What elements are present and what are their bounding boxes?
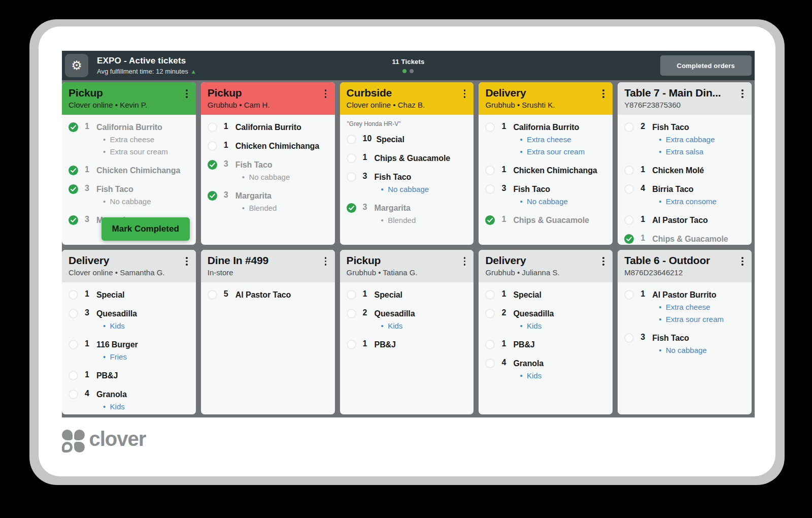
- kebab-menu-icon[interactable]: [183, 87, 191, 115]
- ticket-item[interactable]: 3Fish Taco• No cabbage: [624, 333, 747, 355]
- ticket-item[interactable]: 1Chicken Chimichanga: [485, 165, 607, 176]
- ticket-item[interactable]: 1California Burrito• Extra cheese• Extra…: [69, 122, 191, 157]
- item-text: Special: [513, 289, 541, 300]
- kebab-menu-icon[interactable]: [460, 254, 468, 282]
- ticket-item[interactable]: 1Chicken Chimichanga: [208, 141, 330, 151]
- ticket-header-text: DeliveryClover online • Samantha G.: [69, 254, 183, 282]
- ticket-item[interactable]: 1Chicken Molé: [624, 165, 747, 176]
- ticket-title: Table 7 - Main Din...: [624, 87, 738, 99]
- ticket-item[interactable]: 1PB&J: [69, 370, 191, 381]
- kebab-menu-icon[interactable]: [738, 254, 747, 282]
- ticket-card[interactable]: Table 7 - Main Din...Y876F238753602Fish …: [618, 82, 752, 245]
- ticket-item[interactable]: 5Al Pastor Taco: [208, 289, 330, 300]
- unchecked-circle-icon: [624, 122, 634, 132]
- item-text: Special: [375, 289, 402, 300]
- item-modifier: • Fries: [96, 352, 138, 362]
- ticket-item[interactable]: 1Special: [485, 289, 607, 300]
- item-text: Chips & Guacamole: [513, 215, 589, 225]
- ticket-item[interactable]: 2Quesadilla• Kids: [347, 308, 469, 331]
- brand-wordmark: clover: [89, 429, 146, 449]
- ticket-item[interactable]: 3Fish Taco• No cabbage: [69, 184, 191, 207]
- unchecked-circle-icon: [347, 340, 356, 349]
- item-modifier: • Kids: [513, 371, 544, 381]
- ticket-item[interactable]: 3Fish Taco• No cabbage: [347, 172, 469, 195]
- item-qty: 1: [640, 234, 648, 244]
- ticket-items: 1Special2Quesadilla• Kids1PB&J: [340, 282, 474, 414]
- item-text: Chips & Guacamole: [375, 153, 450, 164]
- page-dot[interactable]: [410, 69, 414, 73]
- ticket-item[interactable]: 4Birria Taco• Extra consome: [624, 184, 747, 207]
- kebab-menu-icon[interactable]: [460, 87, 468, 115]
- ticket-card[interactable]: Table 6 - OutdoorM876D236462121Al Pastor…: [618, 250, 752, 414]
- item-modifier: • No cabbage: [652, 345, 706, 355]
- ticket-header-text: PickupGrubhub • Tatiana G.: [347, 254, 461, 282]
- ticket-item[interactable]: 1Chips & Guacamole: [347, 153, 469, 164]
- kebab-menu-icon[interactable]: [599, 254, 607, 282]
- item-text: Fish Taco• Extra cabbage• Extra salsa: [652, 122, 715, 157]
- page-dot[interactable]: [402, 69, 407, 73]
- top-bar-titles: EXPO - Active tickets Avg fulfillment ti…: [97, 56, 195, 75]
- unchecked-circle-icon: [624, 166, 634, 175]
- kebab-menu-icon[interactable]: [183, 254, 191, 282]
- ticket-item[interactable]: 4Granola• Kids: [69, 389, 191, 412]
- ticket-item[interactable]: 3Margarita• Blended: [347, 203, 469, 225]
- ticket-item[interactable]: 1Chicken Chimichanga: [69, 165, 191, 176]
- ticket-item[interactable]: 1Chips & Guacamole: [624, 234, 747, 244]
- page-title: EXPO - Active tickets: [97, 56, 195, 66]
- ticket-item[interactable]: 1Al Pastor Burrito• Extra cheese• Extra …: [624, 289, 747, 325]
- item-text: Birria Taco• Extra consome: [652, 184, 717, 207]
- ticket-item[interactable]: 1PB&J: [347, 339, 469, 350]
- ticket-title: Dine In #499: [208, 254, 322, 267]
- ticket-item[interactable]: 3Margarita• Blended: [208, 190, 330, 213]
- kebab-menu-icon[interactable]: [738, 87, 747, 115]
- ticket-header-text: Table 7 - Main Din...Y876F23875360: [624, 87, 738, 115]
- kebab-menu-icon[interactable]: [599, 87, 607, 115]
- footer: clover: [62, 430, 755, 452]
- ticket-card[interactable]: PickupClover online • Kevin P.1Californi…: [62, 82, 196, 245]
- ticket-card[interactable]: DeliveryGrubhub • Srushti K.1California …: [479, 82, 613, 245]
- ticket-item[interactable]: 1PB&J: [485, 339, 607, 350]
- ticket-item[interactable]: 3Quesadilla• Kids: [69, 308, 191, 331]
- kebab-menu-icon[interactable]: [322, 254, 330, 282]
- kebab-menu-icon[interactable]: [322, 87, 330, 115]
- ticket-item[interactable]: 1Special: [347, 289, 469, 300]
- item-modifier: • Blended: [235, 203, 277, 213]
- ticket-header: PickupGrubhub • Tatiana G.: [340, 250, 474, 282]
- ticket-card[interactable]: DeliveryClover online • Samantha G.1Spec…: [62, 250, 196, 414]
- item-name: PB&J: [513, 339, 534, 350]
- unchecked-circle-icon: [347, 290, 356, 300]
- item-qty: 1: [640, 289, 648, 325]
- ticket-card[interactable]: DeliveryGrubhub • Julianna S.1Special2Qu…: [479, 250, 613, 414]
- ticket-item[interactable]: 1Special: [69, 289, 191, 300]
- unchecked-circle-icon: [347, 135, 356, 144]
- check-icon: [347, 203, 356, 213]
- ticket-item[interactable]: 1116 Burger• Fries: [69, 339, 191, 362]
- ticket-card[interactable]: Dine In #499In-store5Al Pastor Taco: [201, 250, 335, 414]
- ticket-item[interactable]: 1Al Pastor Taco: [624, 215, 747, 225]
- ticket-item[interactable]: 10Special: [347, 134, 469, 145]
- ticket-item[interactable]: 2Fish Taco• Extra cabbage• Extra salsa: [624, 122, 747, 157]
- item-name: California Burrito: [235, 122, 301, 133]
- unchecked-circle-icon: [485, 359, 495, 368]
- item-qty: 1: [501, 165, 509, 176]
- ticket-item[interactable]: 1Chips & Guacamole: [485, 215, 607, 225]
- mark-completed-button[interactable]: Mark Completed: [101, 217, 190, 241]
- item-text: Granola• Kids: [513, 358, 544, 381]
- curbside-vehicle-note: "Grey Honda HR-V": [347, 120, 469, 127]
- ticket-items: 1California Burrito• Extra cheese• Extra…: [479, 115, 613, 245]
- item-name: California Burrito: [513, 122, 585, 133]
- settings-button[interactable]: ⚙: [65, 54, 88, 77]
- ticket-card[interactable]: PickupGrubhub • Tatiana G.1Special2Quesa…: [340, 250, 474, 414]
- ticket-item[interactable]: 4Granola• Kids: [485, 358, 607, 381]
- ticket-item[interactable]: 3Fish Taco• No cabbage: [208, 159, 330, 182]
- ticket-item[interactable]: 3Fish Taco• No cabbage: [485, 184, 607, 207]
- ticket-item[interactable]: 2Quesadilla• Kids: [485, 308, 607, 331]
- ticket-card[interactable]: CurbsideClover online • Chaz B."Grey Hon…: [340, 82, 474, 245]
- item-text: Special: [376, 134, 404, 145]
- ticket-item[interactable]: 1California Burrito• Extra cheese• Extra…: [485, 122, 607, 157]
- ticket-item[interactable]: 1California Burrito: [208, 122, 330, 133]
- ticket-subtitle: Clover online • Samantha G.: [69, 268, 183, 277]
- unchecked-circle-icon: [485, 122, 495, 132]
- ticket-card[interactable]: PickupGrubhub • Cam H.1California Burrit…: [201, 82, 335, 245]
- completed-orders-button[interactable]: Completed orders: [660, 55, 752, 76]
